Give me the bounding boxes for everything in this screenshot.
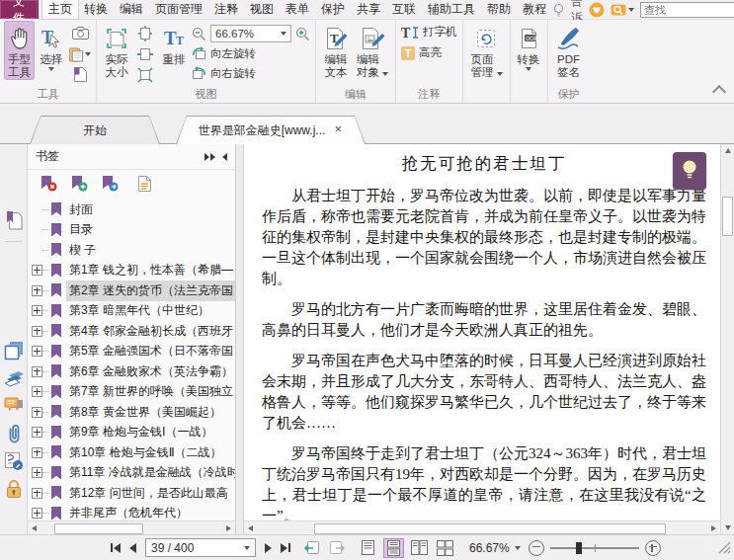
ribbon-tab[interactable]: 辅助工具 xyxy=(422,0,481,19)
bookmark-label[interactable]: 第3章 暗黑年代（中世纪） xyxy=(66,300,212,321)
scroll-left-icon[interactable] xyxy=(244,522,257,534)
ribbon-tab[interactable]: 编辑 xyxy=(114,0,149,19)
expand-plus-box[interactable] xyxy=(32,427,42,438)
next-page-button[interactable] xyxy=(265,543,272,553)
bookmark-label[interactable]: 第9章 枪炮与金钱Ⅰ（一战） xyxy=(66,422,216,442)
bookmarks-horizontal-scrollbar[interactable] xyxy=(28,520,235,534)
expand-plus-box[interactable] xyxy=(32,366,42,377)
expand-plus-box[interactable] xyxy=(32,326,42,337)
scrollbar-track[interactable] xyxy=(41,522,222,534)
zoom-slider-track[interactable] xyxy=(550,547,639,549)
zoom-in-icon[interactable] xyxy=(295,27,310,41)
bookmark-item[interactable]: 第9章 枪炮与金钱Ⅰ（一战） xyxy=(28,423,235,443)
bookmark-item[interactable]: 楔 子 xyxy=(28,240,235,261)
attachments-panel-icon[interactable] xyxy=(1,420,27,447)
zoom-out-button[interactable] xyxy=(529,540,544,556)
bookmark-label[interactable]: 第10章 枪炮与金钱Ⅱ（二战） xyxy=(66,442,225,463)
highlight-button[interactable]: T 高亮 xyxy=(401,42,442,63)
edit-text-button[interactable]: T 编辑文本 xyxy=(321,22,351,79)
ribbon-tab[interactable]: 注释 xyxy=(208,0,244,19)
zoom-in-button[interactable] xyxy=(645,540,661,556)
bookmark-label[interactable]: 目录 xyxy=(66,219,96,240)
scrollbar-thumb[interactable] xyxy=(54,523,143,534)
previous-view-icon[interactable] xyxy=(304,540,320,555)
facing-view-icon[interactable] xyxy=(409,538,430,558)
scrollbar-track[interactable] xyxy=(257,522,707,534)
convert-button[interactable]: OCR 转换 xyxy=(516,22,542,71)
hand-tool-button[interactable]: 手型工具 xyxy=(5,22,34,79)
ribbon-tab[interactable]: 表单 xyxy=(280,0,315,19)
zoom-out-icon[interactable] xyxy=(192,27,206,41)
document-tab[interactable]: 开始 xyxy=(30,116,160,144)
bookmark-item[interactable]: 第6章 金融败家术（英法争霸） xyxy=(28,361,235,382)
expand-plus-box[interactable] xyxy=(32,285,42,296)
bookmark-label[interactable]: 第11章 冷战就是金融战（冷战时 xyxy=(66,462,235,483)
expand-plus-box[interactable] xyxy=(32,265,42,276)
assistant-lightbulb-button[interactable] xyxy=(673,152,706,190)
ribbon-tab[interactable]: 主页 xyxy=(42,0,78,19)
layers-panel-icon[interactable] xyxy=(1,364,27,392)
ribbon-tab[interactable]: 互联 xyxy=(386,0,422,19)
bookmark-item[interactable]: 第10章 枪炮与金钱Ⅱ（二战） xyxy=(28,442,235,463)
bookmark-item[interactable]: 第2章 迷失的货币（法兰克帝国 xyxy=(28,280,235,301)
status-zoom-combobox[interactable]: 66.67% xyxy=(469,541,521,555)
expand-plus-box[interactable] xyxy=(32,488,42,499)
heart-membership-icon[interactable] xyxy=(589,2,605,18)
bookmark-label[interactable]: 第1章 钱之初，性本善（希腊— xyxy=(66,260,235,280)
bookmark-item[interactable]: 第8章 黄金世界（美国崛起） xyxy=(28,402,235,423)
rotate-left-button[interactable]: 向左旋转 xyxy=(192,43,310,63)
zoom-slider-thumb[interactable] xyxy=(576,542,582,554)
expand-plus-box[interactable] xyxy=(32,386,42,397)
snapshot-camera-icon[interactable] xyxy=(69,24,91,42)
locate-bookmark-icon[interactable] xyxy=(101,176,119,192)
bookmark-label[interactable]: 第4章 邻家金融初长成（西班牙 xyxy=(66,321,235,342)
comments-panel-icon[interactable] xyxy=(1,392,27,420)
bookmark-label[interactable]: 第12章 问世间，是否此山最高 xyxy=(66,483,231,504)
scroll-right-icon[interactable] xyxy=(707,522,720,534)
expand-plus-box[interactable] xyxy=(32,305,42,316)
bookmark-label[interactable]: 第8章 黄金世界（美国崛起） xyxy=(66,402,224,423)
expand-panel-icon[interactable] xyxy=(204,153,215,161)
bookmark-item[interactable]: 第4章 邻家金融初长成（西班牙 xyxy=(28,321,235,342)
bookmark-item[interactable]: 第11章 冷战就是金融战（冷战时 xyxy=(28,463,235,484)
reflow-button[interactable]: TT 重排 xyxy=(159,22,189,66)
security-lock-icon[interactable] xyxy=(1,475,27,503)
ribbon-tab[interactable]: 页面管理 xyxy=(149,0,208,19)
facing-continuous-view-icon[interactable] xyxy=(435,538,455,558)
scroll-up-icon[interactable] xyxy=(721,144,734,157)
scrollbar-thumb[interactable] xyxy=(722,197,733,236)
document-tab[interactable]: 世界是部金融史[www.j... xyxy=(176,116,366,144)
expand-bookmarks-icon[interactable] xyxy=(137,176,152,192)
bookmark-label[interactable]: 第6章 金融败家术（英法争霸） xyxy=(66,361,235,382)
bookmark-item[interactable]: 第12章 问世间，是否此山最高 xyxy=(28,483,235,504)
fit-visible-icon[interactable] xyxy=(134,65,156,84)
collapse-panel-icon[interactable] xyxy=(222,153,227,161)
expand-plus-box[interactable] xyxy=(32,508,42,519)
fit-width-icon[interactable] xyxy=(134,44,156,63)
bookmark-item[interactable]: 第1章 钱之初，性本善（希腊— xyxy=(28,261,235,281)
ribbon-zoom-combobox[interactable]: 66.67% xyxy=(210,25,291,42)
bookmark-item[interactable]: 封面 xyxy=(28,200,235,220)
find-input[interactable] xyxy=(640,2,734,18)
delete-bookmark-icon[interactable] xyxy=(40,176,57,192)
edit-object-button[interactable]: 编辑对象 xyxy=(354,22,390,79)
bookmark-item[interactable]: 第7章 新世界的呼唤（美国独立 xyxy=(28,382,235,403)
actual-size-button[interactable]: 实际大小 xyxy=(102,22,131,79)
ribbon-tab[interactable]: 视图 xyxy=(244,0,280,19)
select-tool-button[interactable]: T 选择 xyxy=(37,22,66,71)
bookmark-item[interactable]: 第5章 金融强国术（日不落帝国 xyxy=(28,342,235,362)
fit-page-icon[interactable] xyxy=(134,24,156,42)
ribbon-tab[interactable]: 帮助 xyxy=(481,0,517,19)
scrollbar-thumb[interactable] xyxy=(314,523,666,534)
continuous-view-icon[interactable] xyxy=(383,538,404,558)
panel-splitter[interactable] xyxy=(236,144,244,534)
page-thumbnails-panel-icon[interactable] xyxy=(1,337,27,364)
first-page-button[interactable] xyxy=(111,543,121,553)
bookmark-label[interactable]: 第7章 新世界的呼唤（美国独立 xyxy=(66,381,235,402)
bookmark-label[interactable]: 第2章 迷失的货币（法兰克帝国 xyxy=(66,280,235,301)
expand-plus-box[interactable] xyxy=(32,467,42,478)
pdf-sign-button[interactable]: PDF签名 xyxy=(553,22,585,79)
add-bookmark-icon[interactable] xyxy=(70,176,88,192)
bookmark-item[interactable]: 第3章 暗黑年代（中世纪） xyxy=(28,301,235,322)
bookmarks-panel-icon[interactable] xyxy=(1,207,27,235)
